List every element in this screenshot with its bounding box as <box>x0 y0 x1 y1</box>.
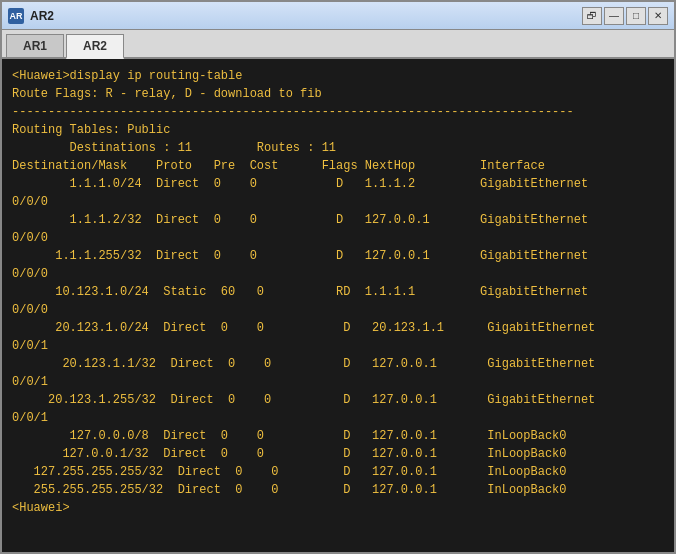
terminal-line: 20.123.1.0/24 Direct 0 0 D 20.123.1.1 Gi… <box>12 319 664 337</box>
app-icon: AR <box>8 8 24 24</box>
terminal-line: 1.1.1.0/24 Direct 0 0 D 1.1.1.2 GigabitE… <box>12 175 664 193</box>
terminal-line: 0/0/0 <box>12 229 664 247</box>
terminal-line: Destinations : 11 Routes : 11 <box>12 139 664 157</box>
close-button[interactable]: ✕ <box>648 7 668 25</box>
terminal-line: 0/0/1 <box>12 337 664 355</box>
terminal-line: 127.0.0.0/8 Direct 0 0 D 127.0.0.1 InLoo… <box>12 427 664 445</box>
terminal-line: 0/0/1 <box>12 409 664 427</box>
terminal-line: 255.255.255.255/32 Direct 0 0 D 127.0.0.… <box>12 481 664 499</box>
terminal-line: 10.123.1.0/24 Static 60 0 RD 1.1.1.1 Gig… <box>12 283 664 301</box>
terminal-line: Route Flags: R - relay, D - download to … <box>12 85 664 103</box>
terminal-output: <Huawei>display ip routing-tableRoute Fl… <box>2 59 674 552</box>
terminal-line: 127.0.0.1/32 Direct 0 0 D 127.0.0.1 InLo… <box>12 445 664 463</box>
terminal-line: 0/0/0 <box>12 265 664 283</box>
minimize-button[interactable]: — <box>604 7 624 25</box>
terminal-line: 0/0/0 <box>12 193 664 211</box>
terminal-line: ----------------------------------------… <box>12 103 664 121</box>
maximize-button[interactable]: □ <box>626 7 646 25</box>
window-controls: 🗗 — □ ✕ <box>582 7 668 25</box>
title-bar: AR AR2 🗗 — □ ✕ <box>2 2 674 30</box>
terminal-line: 127.255.255.255/32 Direct 0 0 D 127.0.0.… <box>12 463 664 481</box>
terminal-line: <Huawei> <box>12 499 664 517</box>
terminal-line: 0/0/1 <box>12 373 664 391</box>
terminal-line: 20.123.1.255/32 Direct 0 0 D 127.0.0.1 G… <box>12 391 664 409</box>
terminal-line: 1.1.1.2/32 Direct 0 0 D 127.0.0.1 Gigabi… <box>12 211 664 229</box>
terminal-line: 20.123.1.1/32 Direct 0 0 D 127.0.0.1 Gig… <box>12 355 664 373</box>
restore-button[interactable]: 🗗 <box>582 7 602 25</box>
terminal-line: Routing Tables: Public <box>12 121 664 139</box>
main-window: AR AR2 🗗 — □ ✕ AR1 AR2 <Huawei>display i… <box>0 0 676 554</box>
window-title: AR2 <box>30 9 582 23</box>
tab-ar2[interactable]: AR2 <box>66 34 124 59</box>
terminal-line: 1.1.1.255/32 Direct 0 0 D 127.0.0.1 Giga… <box>12 247 664 265</box>
terminal-line: Destination/Mask Proto Pre Cost Flags Ne… <box>12 157 664 175</box>
tab-bar: AR1 AR2 <box>2 30 674 59</box>
tab-ar1[interactable]: AR1 <box>6 34 64 57</box>
terminal-line: 0/0/0 <box>12 301 664 319</box>
terminal-line: <Huawei>display ip routing-table <box>12 67 664 85</box>
